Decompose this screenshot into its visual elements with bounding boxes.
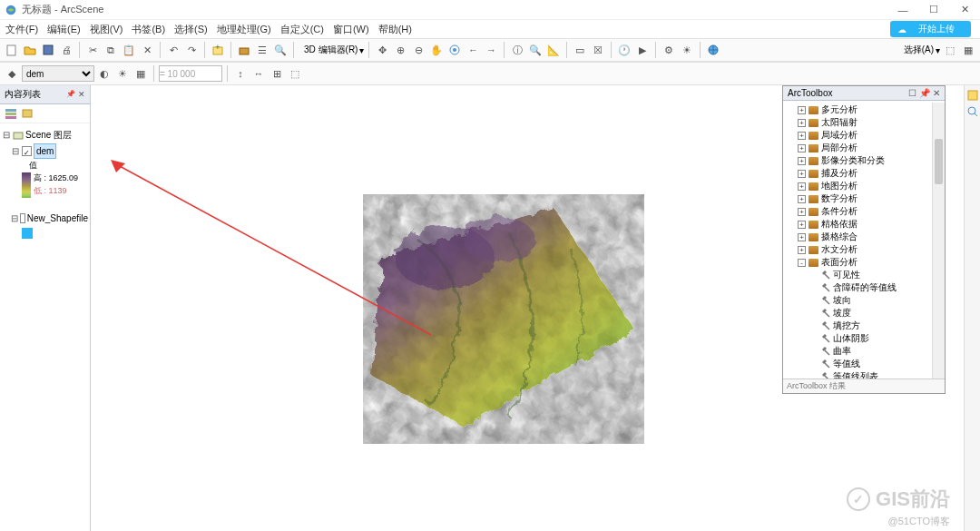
- shapefile-symbol-swatch[interactable]: [22, 228, 33, 239]
- collapse-icon[interactable]: ⊟: [2, 128, 11, 142]
- collapse-icon[interactable]: ⊟: [11, 144, 20, 158]
- tool-node[interactable]: 坡向: [785, 294, 943, 307]
- arctoolbox-pin-icon[interactable]: 📌: [919, 88, 930, 98]
- menu-window[interactable]: 窗口(W): [333, 23, 369, 36]
- pan-button[interactable]: ✋: [428, 42, 445, 58]
- save-button[interactable]: [40, 42, 56, 58]
- toolbox-node[interactable]: +太阳辐射: [785, 116, 943, 129]
- toolbox-node-expanded[interactable]: -表面分析: [785, 256, 943, 269]
- catalog-tab-icon[interactable]: [966, 89, 979, 102]
- select-features-button[interactable]: ▭: [572, 42, 588, 58]
- cut-button[interactable]: ✂: [84, 42, 101, 58]
- maximize-button[interactable]: ☐: [918, 0, 949, 20]
- new-button[interactable]: [4, 42, 20, 58]
- arctoolbox-dock-icon[interactable]: ☐: [908, 88, 916, 98]
- toc-pin-icon[interactable]: 📌: [66, 90, 75, 99]
- model-builder-button[interactable]: ⬚: [942, 42, 958, 58]
- toc-list-by-drawing-icon[interactable]: [5, 107, 17, 120]
- toolbox-node[interactable]: +影像分类和分类: [785, 154, 943, 167]
- find-button[interactable]: 🔍: [527, 42, 544, 58]
- close-button[interactable]: ✕: [949, 0, 980, 20]
- menu-geoprocessing[interactable]: 地理处理(G): [217, 23, 271, 36]
- layer-tool-1[interactable]: ◐: [96, 65, 113, 82]
- toolbox-node[interactable]: +条件分析: [785, 205, 943, 218]
- undo-button[interactable]: ↶: [165, 42, 181, 58]
- search-button[interactable]: 🔍: [272, 42, 289, 58]
- arctoolbox-close-icon[interactable]: ✕: [933, 88, 940, 98]
- toolbox-node[interactable]: +多元分析: [785, 103, 943, 116]
- toolbox-node[interactable]: +捕及分析: [785, 167, 943, 180]
- tool-node[interactable]: 等值线列表: [785, 370, 943, 379]
- zoom-in-button[interactable]: ⊕: [392, 42, 408, 58]
- scene-properties-button[interactable]: ⚙: [661, 42, 677, 58]
- clear-selection-button[interactable]: ☒: [590, 42, 606, 58]
- menu-select[interactable]: 选择(S): [174, 23, 208, 36]
- collapse-icon[interactable]: -: [798, 259, 806, 267]
- tool-node[interactable]: 含障碍的等值线: [785, 281, 943, 294]
- time-slider-button[interactable]: 🕐: [616, 42, 632, 58]
- expand-icon[interactable]: +: [798, 132, 806, 140]
- dem-layer-node[interactable]: ⊟ dem: [2, 143, 88, 160]
- arctoolbox-scrollbar[interactable]: [932, 103, 945, 379]
- layer-tool-2[interactable]: ☀: [114, 65, 131, 82]
- expand-icon[interactable]: +: [798, 119, 806, 127]
- layer-select[interactable]: dem: [22, 65, 94, 82]
- measure-button[interactable]: 📐: [545, 42, 562, 58]
- arctoolbox-tree[interactable]: +多元分析+太阳辐射+局域分析+局部分析+影像分类和分类+捕及分析+地图分析+数…: [783, 101, 945, 379]
- copy-button[interactable]: ⧉: [103, 42, 119, 58]
- next-extent-button[interactable]: →: [483, 42, 499, 58]
- expand-icon[interactable]: +: [798, 106, 806, 114]
- tool-node[interactable]: 等值线: [785, 358, 943, 370]
- toc-close-icon[interactable]: ✕: [78, 90, 85, 99]
- dim-tool-1[interactable]: ↕: [232, 65, 249, 82]
- zoom-out-button[interactable]: ⊖: [410, 42, 426, 58]
- menu-file[interactable]: 文件(F): [5, 23, 38, 36]
- menu-view[interactable]: 视图(V): [90, 23, 123, 36]
- expand-icon[interactable]: +: [798, 157, 806, 165]
- add-data-button[interactable]: +: [210, 42, 226, 58]
- expand-icon[interactable]: +: [798, 246, 806, 254]
- expand-icon[interactable]: +: [798, 144, 806, 152]
- menu-bookmark[interactable]: 书签(B): [132, 23, 165, 36]
- toolbox-node[interactable]: +局域分析: [785, 129, 943, 142]
- catalog-button[interactable]: ☰: [254, 42, 270, 58]
- scene-node[interactable]: ⊟ Scene 图层: [2, 127, 88, 143]
- print-button[interactable]: 🖨: [58, 42, 74, 58]
- shapefile-visibility-checkbox[interactable]: [20, 213, 25, 223]
- toolbox-node[interactable]: +水文分析: [785, 243, 943, 256]
- expand-icon[interactable]: +: [798, 233, 806, 241]
- arctoolbox-header[interactable]: ArcToolbox ☐ 📌 ✕: [783, 86, 945, 101]
- expand-icon[interactable]: +: [798, 182, 806, 191]
- dim-tool-4[interactable]: ⬚: [287, 65, 303, 82]
- collapse-icon[interactable]: ⊟: [11, 211, 18, 225]
- dim-tool-3[interactable]: ⊞: [269, 65, 285, 82]
- delete-button[interactable]: ✕: [139, 42, 155, 58]
- expand-icon[interactable]: +: [798, 195, 806, 203]
- identify-button[interactable]: ⓘ: [509, 42, 525, 58]
- toolbox-button[interactable]: [236, 42, 252, 58]
- expand-icon[interactable]: +: [798, 221, 806, 229]
- shapefile-layer-node[interactable]: ⊟ New_Shapefile: [2, 211, 88, 226]
- dim-tool-2[interactable]: ↔: [250, 65, 267, 82]
- select-analysis-label[interactable]: 选择(A): [904, 44, 934, 56]
- expand-icon[interactable]: +: [798, 170, 806, 178]
- toc-list-by-source-icon[interactable]: [21, 107, 34, 120]
- globe-button[interactable]: [705, 42, 721, 58]
- lighting-button[interactable]: ☀: [679, 42, 695, 58]
- tool-node[interactable]: 填挖方: [785, 320, 943, 332]
- animation-button[interactable]: ▶: [634, 42, 651, 58]
- toolbox-node[interactable]: +局部分析: [785, 142, 943, 154]
- prev-extent-button[interactable]: ←: [465, 42, 481, 58]
- editor-label[interactable]: 3D 编辑器(R): [304, 44, 358, 56]
- redo-button[interactable]: ↷: [183, 42, 200, 58]
- python-button[interactable]: ▦: [960, 42, 976, 58]
- scale-input[interactable]: [159, 65, 222, 82]
- minimize-button[interactable]: —: [887, 0, 918, 20]
- full-extent-button[interactable]: [446, 42, 463, 58]
- scene-viewport[interactable]: ArcToolbox ☐ 📌 ✕ +多元分析+太阳辐射+局域分析+局部分析+影像…: [91, 85, 964, 531]
- tool-node[interactable]: 山体阴影: [785, 332, 943, 345]
- menu-help[interactable]: 帮助(H): [378, 23, 412, 36]
- tool-node[interactable]: 坡度: [785, 307, 943, 320]
- menu-edit[interactable]: 编辑(E): [47, 23, 81, 36]
- toolbox-node[interactable]: +摄格综合: [785, 231, 943, 243]
